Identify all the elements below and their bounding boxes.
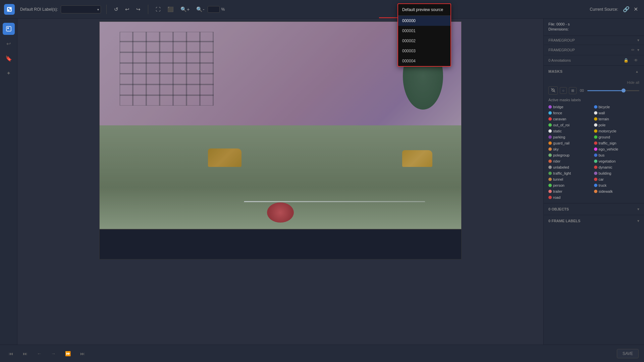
sidebar-plus-button[interactable]: ✦ — [3, 67, 15, 79]
zoom-input[interactable]: 65 — [208, 6, 220, 13]
save-button[interactable]: SAVE — [617, 349, 639, 358]
label-item-tunnel[interactable]: tunnel — [548, 177, 594, 182]
nav-next-button[interactable]: → — [48, 349, 59, 358]
label-item-vegetation[interactable]: vegetation — [594, 159, 640, 164]
undo-button[interactable]: ↩ — [123, 5, 131, 14]
label-item-unlabeled[interactable]: unlabeled — [548, 165, 594, 170]
masks-hide-icon[interactable] — [548, 86, 558, 95]
label-dot-motorcycle — [594, 129, 597, 133]
nav-prev-button[interactable]: ← — [34, 349, 45, 358]
label-item-wall[interactable]: wall — [594, 111, 640, 115]
label-item-trailer[interactable]: trailer — [548, 189, 594, 194]
label-dot-traffic_light — [548, 172, 552, 175]
label-dot-vegetation — [594, 160, 597, 163]
label-dot-fence — [548, 111, 552, 115]
mask-slider-track — [587, 90, 624, 91]
label-item-ground[interactable]: ground — [594, 135, 640, 139]
label-item-sidewalk[interactable]: sidewalk — [594, 189, 640, 194]
label-item-guard_rail[interactable]: guard_rail — [548, 141, 594, 145]
canvas-area — [17, 19, 543, 345]
label-text-static: static — [553, 129, 562, 133]
label-text-ego_vehicle: ego_vehicle — [599, 147, 619, 151]
nav-last-button[interactable]: ⏭ — [77, 349, 88, 358]
label-item-parking[interactable]: parking — [548, 135, 594, 139]
label-item-terrain[interactable]: terrain — [594, 117, 640, 121]
frame-labels-section[interactable]: 0 FRAME LABELS ▾ — [544, 215, 644, 227]
label-item-truck[interactable]: truck — [594, 183, 640, 188]
masks-header[interactable]: MASKS ▴ — [544, 66, 644, 77]
masks-grid-icon[interactable]: ⊞ — [569, 87, 577, 94]
label-dot-static — [548, 129, 552, 133]
label-item-dynamic[interactable]: dynamic — [594, 165, 640, 170]
label-text-guard_rail: guard_rail — [553, 141, 570, 145]
label-text-sidewalk: sidewalk — [599, 189, 613, 193]
nav-prev-fast-button[interactable]: ⏭ — [19, 349, 31, 358]
masks-collapse-btn[interactable]: ▴ — [635, 68, 639, 74]
label-item-out_of_roi[interactable]: out_of_roi — [548, 123, 594, 127]
label-item-pole[interactable]: pole — [594, 123, 640, 127]
label-item-polegroup[interactable]: polegroup — [548, 153, 594, 158]
filmstrip — [99, 229, 462, 259]
nav-first-button[interactable]: ⏮ — [5, 349, 17, 358]
dropdown-item-000003[interactable]: 000003 — [398, 46, 450, 56]
label-item-car[interactable]: car — [594, 177, 640, 182]
label-item-sky[interactable]: sky — [548, 147, 594, 152]
label-dot-caravan — [548, 117, 552, 121]
label-item-ego_vehicle[interactable]: ego_vehicle — [594, 147, 640, 152]
label-item-motorcycle[interactable]: motorcycle — [594, 129, 640, 133]
label-text-trailer: trailer — [553, 189, 562, 193]
label-item-caravan[interactable]: caravan — [548, 117, 594, 121]
dropdown-item-000001[interactable]: 000001 — [398, 26, 450, 36]
close-button[interactable]: ✕ — [632, 5, 640, 14]
label-item-fence[interactable]: fence — [548, 111, 594, 115]
dropdown-item-000004[interactable]: 000004 — [398, 56, 450, 66]
sidebar-layers-button[interactable] — [3, 23, 15, 35]
dropdown-item-000000[interactable]: 000000 — [398, 16, 450, 26]
label-item-traffic_sign[interactable]: traffic_sign — [594, 141, 640, 145]
frame-labels-label: 0 FRAME LABELS — [548, 219, 580, 223]
zoom-out-button[interactable]: 🔍- — [194, 5, 206, 14]
sidebar-bookmark-button[interactable]: 🔖 — [3, 52, 15, 64]
redo-button[interactable]: ↪ — [134, 5, 143, 14]
roi-select[interactable] — [61, 5, 101, 13]
lock-button[interactable]: 🔒 — [622, 57, 630, 63]
svg-rect-2 — [9, 9, 11, 11]
zoom-in-button[interactable]: 🔍+ — [178, 5, 192, 14]
objects-collapse-btn[interactable]: ▾ — [637, 207, 639, 212]
frame-button[interactable]: ⬛ — [165, 5, 176, 14]
label-text-dynamic: dynamic — [599, 165, 612, 169]
dropdown-item-000002[interactable]: 000002 — [398, 36, 450, 46]
label-dot-trailer — [548, 190, 552, 193]
sidebar-undo-button[interactable]: ↩ — [3, 38, 15, 50]
hide-all-button[interactable]: Hide all — [627, 80, 639, 84]
eye-button[interactable]: 👁 — [633, 57, 639, 63]
label-item-building[interactable]: building — [594, 171, 640, 176]
link-button[interactable]: 🔗 — [621, 5, 632, 14]
masks-content: Hide all ○ ⊞ 00 — [544, 77, 644, 203]
label-item-person[interactable]: person — [548, 183, 594, 188]
dimensions-info-row: Dimensions: — [548, 27, 639, 31]
label-item-bicycle[interactable]: bicycle — [594, 105, 640, 109]
nav-next-fast-button[interactable]: ⏩ — [62, 349, 74, 358]
label-item-rider[interactable]: rider — [548, 159, 594, 164]
rotate-left-button[interactable]: ↺ — [112, 5, 120, 14]
framegroup-edit-2[interactable]: ✏ — [630, 47, 636, 53]
crop-button[interactable]: ⛶ — [154, 5, 163, 13]
mask-slider[interactable] — [587, 90, 639, 91]
annotations-controls: 🔒 👁 — [622, 57, 639, 63]
label-item-bus[interactable]: bus — [594, 153, 640, 158]
label-item-bridge[interactable]: bridge — [548, 105, 594, 109]
frame-labels-collapse-btn[interactable]: ▾ — [637, 219, 639, 223]
label-item-road[interactable]: road — [548, 195, 594, 200]
framegroup-row-1: FRAMEGROUP ▾ — [544, 36, 644, 45]
label-text-bus: bus — [599, 153, 605, 157]
label-item-traffic_light[interactable]: traffic_light — [548, 171, 594, 176]
label-item-static[interactable]: static — [548, 129, 594, 133]
label-text-fence: fence — [553, 111, 562, 115]
label-text-tunnel: tunnel — [553, 177, 563, 181]
objects-section[interactable]: 0 OBJECTS ▾ — [544, 203, 644, 215]
framegroup-collapse-2[interactable]: ▾ — [637, 48, 639, 52]
masks-opacity-icon[interactable]: ○ — [560, 87, 567, 94]
framegroup-collapse-1[interactable]: ▾ — [637, 38, 639, 43]
toolbar-actions: ↺ ↩ ↪ — [112, 5, 143, 14]
